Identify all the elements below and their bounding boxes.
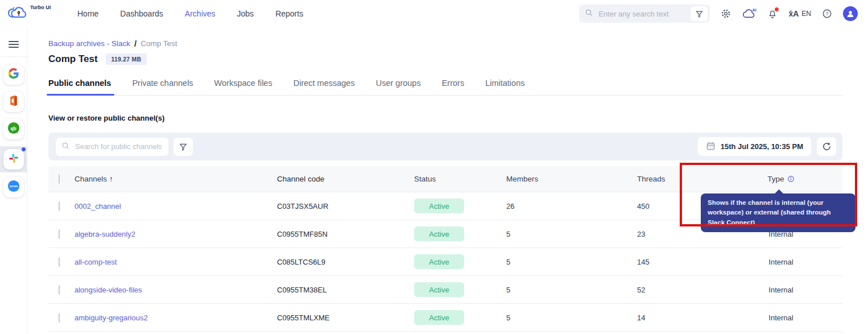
- nav-item-reports[interactable]: Reports: [275, 9, 303, 18]
- members-count: 5: [492, 230, 637, 238]
- app-logo[interactable]: Turbo UI: [7, 3, 64, 24]
- tab-workspace-files[interactable]: Workspace files: [214, 79, 272, 95]
- select-all-checkbox[interactable]: [59, 174, 60, 184]
- table-toolbar: 15th Jul 2025, 10:35 PM: [48, 133, 842, 160]
- tab-limitations[interactable]: Limitations: [485, 79, 524, 95]
- members-count: 26: [492, 202, 637, 211]
- row-checkbox[interactable]: [59, 257, 60, 267]
- table-row: ambiguity-gregarious2 C0955TMLXME Active…: [48, 303, 842, 331]
- status-badge: Active: [414, 282, 464, 297]
- notifications-bell-icon[interactable]: [767, 9, 778, 19]
- channel-search[interactable]: [56, 138, 168, 156]
- tab-bar: Public channels Private channels Workspa…: [48, 79, 842, 96]
- nav-item-dashboards[interactable]: Dashboards: [120, 9, 163, 18]
- channel-code: C0955TMF85N: [268, 230, 406, 238]
- topbar-actions: AI x̄A EN ?: [579, 5, 858, 23]
- threads-count: 52: [637, 286, 720, 294]
- column-header-members: Members: [492, 175, 637, 183]
- global-filter-icon[interactable]: [691, 6, 708, 21]
- channel-code: C0955TMLXME: [268, 314, 406, 322]
- channel-link[interactable]: ambiguity-gregarious2: [75, 314, 148, 322]
- snapshot-date-picker[interactable]: 15th Jul 2025, 10:35 PM: [698, 137, 811, 156]
- help-icon[interactable]: ?: [822, 9, 832, 19]
- sidebar-item-zoom[interactable]: zoom: [3, 177, 24, 197]
- settings-gear-icon[interactable]: [721, 9, 731, 19]
- sidebar-item-quickbooks[interactable]: qb: [3, 119, 24, 139]
- breadcrumb-current: Comp Test: [140, 39, 177, 48]
- sidebar-item-microsoft-office[interactable]: [3, 92, 24, 112]
- row-checkbox[interactable]: [59, 201, 60, 211]
- breadcrumb-separator: /: [134, 39, 137, 48]
- page-title-row: Comp Test 119.27 MB: [48, 53, 842, 65]
- row-checkbox[interactable]: [59, 313, 60, 323]
- sort-ascending-icon[interactable]: ↑: [109, 175, 113, 183]
- app-logo-text: Turbo UI: [30, 5, 51, 10]
- tab-direct-messages[interactable]: Direct messages: [294, 79, 355, 95]
- nav-item-home[interactable]: Home: [77, 9, 98, 18]
- language-selector[interactable]: x̄A EN: [788, 9, 811, 18]
- section-label: View or restore public channel(s): [48, 114, 842, 122]
- tab-errors[interactable]: Errors: [442, 79, 464, 95]
- zoom-icon: zoom: [7, 180, 20, 195]
- threads-count: 14: [637, 314, 720, 322]
- type-tooltip: Shows if the channel is internal (your w…: [701, 193, 855, 232]
- channel-code: C03TJSX5AUR: [268, 202, 406, 211]
- search-icon: [585, 9, 593, 19]
- channel-link[interactable]: alongside-video-files: [75, 286, 142, 294]
- threads-count: 145: [637, 258, 720, 266]
- status-badge: Active: [414, 199, 464, 213]
- calendar-icon: [706, 141, 716, 152]
- main-content: Backup archives - Slack / Comp Test Comp…: [27, 27, 868, 334]
- slack-icon: [8, 152, 19, 166]
- table-row: all-comp-test C085LTCS6L9 Active 5 145 I…: [48, 248, 842, 275]
- channel-code: C085LTCS6L9: [268, 258, 406, 266]
- global-search[interactable]: [579, 5, 710, 23]
- refresh-button[interactable]: [817, 137, 836, 156]
- language-code: EN: [801, 10, 811, 18]
- svg-text:qb: qb: [10, 126, 16, 131]
- archive-size-badge: 119.27 MB: [106, 53, 147, 65]
- sidebar-item-slack[interactable]: [3, 149, 24, 170]
- svg-text:AI: AI: [753, 7, 757, 13]
- global-search-input[interactable]: [597, 9, 686, 19]
- row-checkbox[interactable]: [59, 285, 60, 295]
- tab-user-groups[interactable]: User groups: [376, 79, 421, 95]
- channel-type: Internal: [720, 286, 842, 294]
- channel-code: C0955TM38EL: [268, 286, 406, 294]
- members-count: 5: [492, 286, 637, 294]
- svg-text:?: ?: [825, 11, 828, 17]
- svg-text:zoom: zoom: [9, 184, 17, 188]
- channel-type: Internal: [720, 258, 842, 266]
- sidebar-divider: [0, 56, 27, 57]
- type-info-icon[interactable]: [787, 175, 795, 183]
- column-header-type: Type: [720, 175, 842, 183]
- channel-search-input[interactable]: [74, 142, 163, 151]
- search-icon: [61, 142, 69, 152]
- status-badge: Active: [414, 310, 464, 325]
- slack-active-dot: [21, 147, 26, 152]
- nav-item-jobs[interactable]: Jobs: [237, 9, 254, 18]
- status-badge: Active: [414, 226, 464, 241]
- breadcrumb-link-backup-archives-slack[interactable]: Backup archives - Slack: [48, 39, 130, 48]
- user-avatar[interactable]: [843, 6, 858, 21]
- members-count: 5: [492, 314, 637, 322]
- notification-badge-dot: [775, 7, 779, 11]
- channel-filter-button[interactable]: [173, 138, 193, 156]
- column-header-status: Status: [406, 175, 492, 183]
- members-count: 5: [492, 258, 637, 266]
- sidebar-collapse-icon[interactable]: [9, 39, 19, 50]
- column-header-threads: Threads: [637, 175, 720, 183]
- column-header-channels[interactable]: Channels ↑: [75, 175, 268, 183]
- row-checkbox[interactable]: [59, 229, 60, 239]
- channel-link[interactable]: 0002_channel: [75, 202, 121, 211]
- sidebar-item-google[interactable]: [3, 64, 24, 85]
- cloud-ai-icon[interactable]: AI: [742, 7, 757, 20]
- nav-item-archives[interactable]: Archives: [185, 9, 216, 18]
- tab-public-channels[interactable]: Public channels: [48, 79, 111, 95]
- channel-link[interactable]: algebra-suddenly2: [75, 230, 135, 238]
- channel-link[interactable]: all-comp-test: [75, 258, 117, 266]
- tab-private-channels[interactable]: Private channels: [132, 79, 193, 95]
- google-icon: [7, 67, 20, 82]
- channel-type: Internal: [720, 314, 842, 322]
- toolbar-right: 15th Jul 2025, 10:35 PM: [698, 137, 836, 156]
